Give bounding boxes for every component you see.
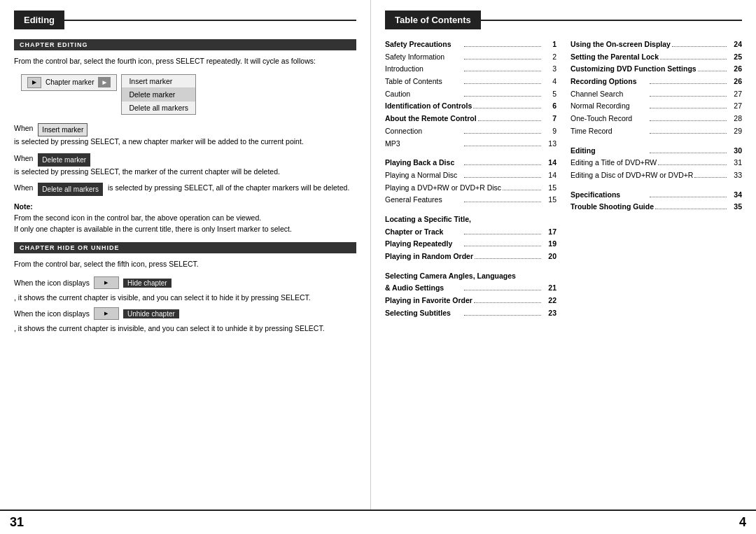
hide-icon: ▶ — [94, 276, 119, 289]
toc-entry-label: Chapter or Track — [385, 227, 463, 237]
toc-column-1: Safety Precautions1Safety Information2In… — [385, 39, 556, 320]
toc-entry: Channel Search27 — [570, 89, 742, 99]
when-delete-line: When Delete marker is selected by pressi… — [14, 153, 356, 178]
toc-dots — [464, 315, 542, 316]
toc-entry-label: Connection — [385, 126, 463, 136]
toc-dots — [660, 59, 727, 59]
toc-entry: Normal Recording27 — [570, 101, 742, 111]
toc-dots — [475, 258, 541, 259]
toc-entry-label: Time Record — [570, 126, 648, 136]
when1-before: When — [14, 123, 33, 134]
toc-entry: Locating a Specific Title, — [385, 214, 556, 225]
marker-demo: ▶ Chapter marker ► Insert marker Delete … — [21, 74, 356, 115]
note-text: Note: From the second icon in the contro… — [14, 202, 356, 234]
when2-after: is selected by pressing SELECT, the mark… — [14, 167, 280, 178]
toc-entry-label: Editing a Title of DVD+RW — [570, 157, 657, 168]
toc-entry: Caution5 — [385, 89, 556, 99]
toc-entry-label: Recording Options — [570, 76, 648, 87]
toc-spacer — [385, 150, 556, 157]
toc-entry: Setting the Parental Lock25 — [570, 52, 742, 62]
toc-entry: Connection9 — [385, 126, 556, 136]
toc-dots — [658, 164, 727, 165]
when3-before: When — [14, 183, 33, 194]
toc-page-num: 15 — [542, 195, 556, 205]
toc-page-num: 34 — [728, 190, 742, 200]
toc-dots — [464, 83, 542, 84]
toc-page-num: 25 — [728, 52, 742, 62]
left-panel: Editing CHAPTER EDITING From the control… — [0, 0, 371, 510]
toc-entry: General Features15 — [385, 195, 556, 205]
toc-entry-label: Playing in Random Order — [385, 251, 473, 262]
editing-title-bar: Editing — [14, 10, 356, 29]
hide-button-tag: Hide chapter — [123, 279, 172, 288]
toc-title-bar: Table of Contents — [385, 10, 742, 29]
toc-dots — [650, 83, 727, 84]
toc-dots — [464, 164, 542, 165]
chapter-icon: ▶ Chapter marker ► — [21, 74, 117, 91]
delete-marker-item[interactable]: Delete marker — [122, 88, 195, 101]
toc-entry: Playing in Random Order20 — [385, 251, 556, 262]
toc-column-2: Using the On-screen Display24Setting the… — [570, 39, 742, 320]
toc-page-num: 17 — [542, 227, 556, 237]
editing-title: Editing — [14, 10, 64, 29]
toc-dots — [464, 59, 542, 59]
unhide-line1-after: , it shows the current chapter is invisi… — [14, 324, 325, 332]
arrow-button[interactable]: ► — [98, 77, 111, 87]
toc-entry-label: Identification of Controls — [385, 101, 472, 111]
toc-entry-label: Playing Repeatedly — [385, 239, 463, 249]
unhide-button-tag: Unhide chapter — [123, 309, 179, 318]
when-insert-line: When Insert marker is selected by pressi… — [14, 123, 356, 148]
toc-entry: Introduction3 — [385, 64, 556, 74]
toc-spacer — [385, 207, 556, 214]
editing-title-line — [64, 20, 356, 21]
toc-entry: Playing a Normal Disc14 — [385, 170, 556, 181]
toc-dots — [464, 177, 542, 178]
toc-spacer — [570, 183, 742, 190]
right-panel: Table of Contents Safety Precautions1Saf… — [371, 0, 756, 510]
toc-entry-label: Caution — [385, 89, 463, 99]
insert-marker-item[interactable]: Insert marker — [122, 75, 195, 88]
toc-page-num: 14 — [542, 157, 556, 168]
toc-dots — [694, 177, 727, 178]
toc-page-num: 19 — [542, 239, 556, 249]
toc-entry: Editing a Disc of DVD+RW or DVD+R33 — [570, 170, 742, 181]
hide-line1-after: , it shows the current chapter is visibl… — [14, 293, 311, 302]
toc-dots — [503, 190, 541, 190]
toc-dots — [474, 302, 541, 303]
when-delete-all-line: When Delete all markers is selected by p… — [14, 183, 356, 196]
chapter-icon-img: ▶ — [27, 77, 41, 88]
delete-marker-tag: Delete marker — [38, 153, 90, 167]
toc-page-num: 27 — [728, 101, 742, 111]
toc-entry-label: Playing a Normal Disc — [385, 170, 463, 181]
toc-page-num: 2 — [542, 52, 556, 62]
toc-dots — [655, 209, 727, 209]
toc-entry-label: Specifications — [570, 190, 648, 200]
toc-dots — [464, 71, 542, 71]
chapter-editing-intro: From the control bar, select the fourth … — [14, 56, 356, 67]
toc-entry-label: & Audio Settings — [385, 283, 463, 293]
toc-entry: Safety Precautions1 — [385, 39, 556, 50]
toc-entry: Table of Contents4 — [385, 76, 556, 87]
delete-all-markers-item[interactable]: Delete all markers — [122, 101, 195, 114]
toc-page-num: 31 — [728, 157, 742, 168]
toc-entry: Safety Information2 — [385, 52, 556, 62]
toc-entry-label: Channel Search — [570, 89, 648, 99]
toc-entry: Using the On-screen Display24 — [570, 39, 742, 50]
toc-entry-label: Playing in Favorite Order — [385, 295, 472, 306]
toc-title: Table of Contents — [385, 10, 481, 29]
toc-entry: Selecting Camera Angles, Languages — [385, 271, 556, 281]
toc-entry: MP313 — [385, 139, 556, 149]
toc-dots — [464, 96, 542, 97]
toc-page-num: 26 — [728, 76, 742, 87]
toc-entry-label: Safety Information — [385, 52, 463, 62]
bottom-bar: 31 4 — [0, 510, 756, 534]
toc-entry-label: Using the On-screen Display — [570, 39, 671, 50]
toc-entry: Selecting Subtitles23 — [385, 308, 556, 318]
toc-entry-label: Customizing DVD Function Settings — [570, 64, 696, 74]
note-line1: From the second icon in the control bar,… — [14, 213, 261, 222]
right-page-number: 4 — [739, 515, 746, 530]
note-label: Note: — [14, 202, 33, 211]
toc-entry-label: Selecting Subtitles — [385, 308, 463, 318]
toc-entry-label: Selecting Camera Angles, Languages — [385, 271, 556, 281]
toc-page-num: 13 — [542, 139, 556, 149]
